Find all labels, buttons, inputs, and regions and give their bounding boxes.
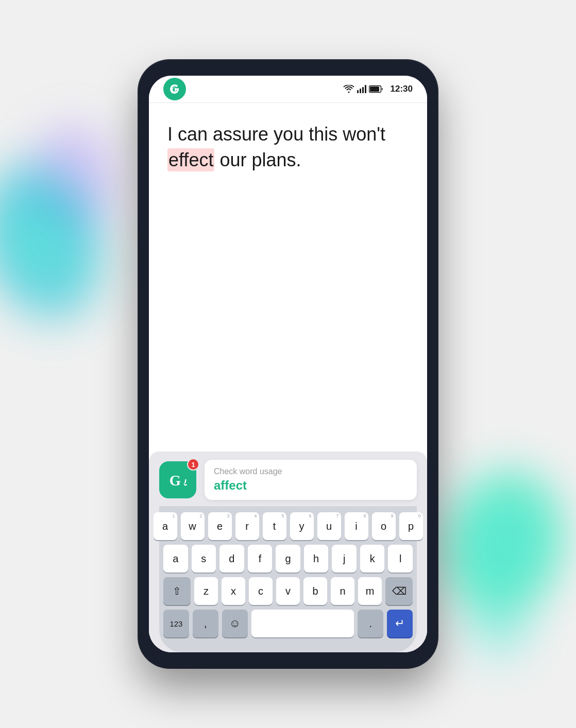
- svg-rect-7: [370, 86, 379, 92]
- text-line1: I can assure you this won't: [167, 124, 385, 145]
- status-bar: G: [149, 76, 427, 102]
- key-comma[interactable]: ,: [193, 610, 218, 637]
- suggestion-word: affect: [214, 478, 408, 493]
- battery-icon: [369, 85, 383, 93]
- key-r[interactable]: 4r: [235, 512, 259, 540]
- phone-shell: G: [139, 60, 437, 668]
- grammarly-badge-icon: G: [167, 469, 189, 491]
- key-space[interactable]: [251, 610, 354, 637]
- status-icons: [343, 85, 383, 93]
- key-p[interactable]: 0p: [399, 512, 423, 540]
- notification-count: 1: [191, 461, 195, 469]
- key-l[interactable]: l: [388, 545, 413, 573]
- decorative-blob-teal-right: [418, 446, 576, 639]
- status-time: 12:30: [391, 84, 413, 94]
- grammarly-badge[interactable]: G 1: [159, 461, 196, 498]
- key-o[interactable]: 9o: [372, 512, 396, 540]
- key-a[interactable]: 1a: [154, 512, 177, 540]
- svg-rect-4: [362, 87, 364, 93]
- highlighted-word: effect: [167, 148, 214, 171]
- wifi-icon: [343, 85, 354, 93]
- notification-badge: 1: [187, 458, 199, 471]
- grammarly-logo: G: [163, 78, 186, 100]
- decorative-blob-teal-right2: [452, 574, 545, 677]
- keyboard-row-2: a s d f g h j k l: [163, 545, 413, 573]
- grammarly-g-icon: G: [168, 82, 181, 96]
- key-g[interactable]: g: [276, 545, 300, 573]
- key-h[interactable]: h: [304, 545, 329, 573]
- signal-icon: [357, 85, 366, 93]
- svg-rect-2: [357, 90, 359, 93]
- keyboard-row-1: 1a 2w 3e 4r 5t 6y 7u 8i 9o 0p: [163, 512, 413, 540]
- key-v[interactable]: v: [276, 577, 300, 605]
- keyboard: 1a 2w 3e 4r 5t 6y 7u 8i 9o 0p a s d f: [159, 506, 417, 652]
- suggestion-popup[interactable]: G 1 Check word usage affect: [149, 452, 427, 652]
- key-emoji[interactable]: ☺: [222, 610, 248, 637]
- key-w[interactable]: 2w: [181, 512, 205, 540]
- key-k[interactable]: k: [360, 545, 385, 573]
- keyboard-row-4: 123 , ☺ . ↵: [163, 610, 413, 637]
- suggestion-card[interactable]: Check word usage affect: [205, 460, 417, 500]
- body-text: I can assure you this won't effect our p…: [167, 122, 409, 174]
- key-s[interactable]: s: [192, 545, 216, 573]
- key-u[interactable]: 7u: [317, 512, 341, 540]
- svg-rect-3: [360, 89, 361, 93]
- key-c[interactable]: c: [249, 577, 273, 605]
- keyboard-row-3: ⇧ z x c v b n m ⌫: [163, 577, 413, 605]
- suggestion-label: Check word usage: [214, 467, 408, 476]
- key-f[interactable]: f: [248, 545, 273, 573]
- key-x[interactable]: x: [222, 577, 245, 605]
- svg-text:G: G: [172, 85, 177, 93]
- decorative-blob-teal-left: [0, 126, 143, 359]
- key-z[interactable]: z: [194, 577, 218, 605]
- key-e[interactable]: 3e: [208, 512, 232, 540]
- key-period[interactable]: .: [358, 610, 383, 637]
- status-bar-right: 12:30: [343, 84, 413, 94]
- key-backspace[interactable]: ⌫: [385, 577, 413, 605]
- key-return[interactable]: ↵: [387, 610, 413, 637]
- phone-screen: G: [149, 76, 427, 652]
- key-shift[interactable]: ⇧: [163, 577, 191, 605]
- key-y[interactable]: 6y: [290, 512, 314, 540]
- decorative-blob-purple: [21, 113, 124, 247]
- key-j[interactable]: j: [332, 545, 357, 573]
- key-n[interactable]: n: [331, 577, 354, 605]
- key-i[interactable]: 8i: [345, 512, 368, 540]
- key-a2[interactable]: a: [163, 545, 188, 573]
- key-m[interactable]: m: [358, 577, 382, 605]
- key-d[interactable]: d: [219, 545, 244, 573]
- text-line2: our plans.: [214, 149, 301, 170]
- svg-text:G: G: [170, 472, 181, 489]
- key-t[interactable]: 5t: [263, 512, 286, 540]
- key-123[interactable]: 123: [163, 610, 189, 637]
- key-b[interactable]: b: [303, 577, 327, 605]
- svg-rect-5: [365, 85, 366, 93]
- suggestion-row: G 1 Check word usage affect: [159, 460, 417, 500]
